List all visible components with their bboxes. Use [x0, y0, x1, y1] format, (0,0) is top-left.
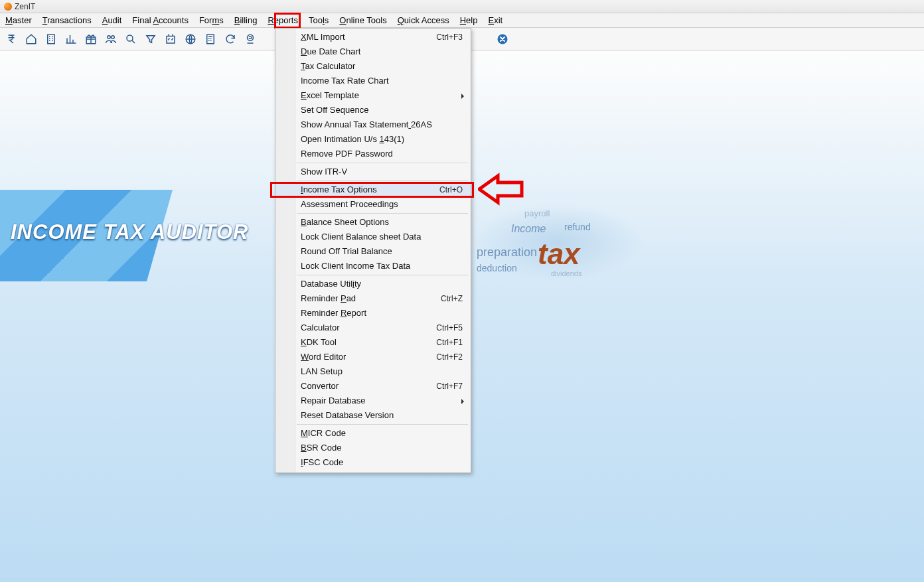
dd-item-label: Lock Client Balance sheet Data — [301, 230, 463, 244]
dd-item-label: Show ITR-V — [301, 165, 463, 179]
dd-item-label: Assessment Proceedings — [301, 197, 463, 212]
dd-reminder-pad[interactable]: Reminder PadCtrl+Z — [275, 291, 471, 306]
tb-home-icon[interactable] — [23, 31, 40, 48]
submenu-arrow-icon — [461, 94, 464, 99]
tb-search-icon[interactable] — [122, 31, 139, 48]
dd-item-label: Word Editor — [301, 350, 436, 364]
dd-convertor[interactable]: ConvertorCtrl+F7 — [275, 379, 471, 394]
menu-help[interactable]: Help — [455, 13, 483, 27]
dd-item-label: BSR Code — [301, 441, 463, 455]
banner-collage: tax preparation deduction Income refund … — [471, 203, 644, 281]
tb-refresh-icon[interactable] — [222, 31, 239, 48]
dd-item-label: Balance Sheet Options — [301, 215, 463, 230]
menu-quick-access[interactable]: Quick Access — [392, 13, 455, 27]
dd-lock-client-income-tax-data[interactable]: Lock Client Income Tax Data — [275, 259, 471, 273]
dd-calculator[interactable]: CalculatorCtrl+F5 — [275, 321, 471, 335]
menu-billing[interactable]: Billing — [229, 13, 263, 27]
dd-balance-sheet-options[interactable]: Balance Sheet Options — [275, 215, 471, 230]
dd-item-label: Round Off Trial Balance — [301, 244, 463, 259]
menu-tools[interactable]: Tools — [303, 13, 334, 27]
dd-item-label: Set Off Sequence — [301, 103, 463, 117]
dd-item-label: Income Tax Options — [301, 182, 439, 197]
dd-income-tax-rate-chart[interactable]: Income Tax Rate Chart — [275, 74, 471, 88]
tb-filter-icon[interactable] — [142, 31, 159, 48]
dd-xml-import[interactable]: XML ImportCtrl+F3 — [275, 30, 471, 44]
tb-epay-icon[interactable] — [242, 31, 259, 48]
tb-tax-icon[interactable] — [162, 31, 179, 48]
dd-excel-template[interactable]: Excel Template — [275, 88, 471, 103]
submenu-arrow-icon — [461, 399, 464, 404]
dd-reminder-report[interactable]: Reminder Report — [275, 306, 471, 321]
dd-repair-database[interactable]: Repair Database — [275, 394, 471, 408]
dd-lan-setup[interactable]: LAN Setup — [275, 364, 471, 379]
dd-item-label: Reminder Report — [301, 306, 463, 321]
dd-ifsc-code[interactable]: IFSC Code — [275, 455, 471, 470]
dd-word-editor[interactable]: Word EditorCtrl+F2 — [275, 350, 471, 364]
dd-kdk-tool[interactable]: KDK ToolCtrl+F1 — [275, 335, 471, 350]
app-title: ZenIT — [15, 0, 35, 13]
tb-building-icon[interactable] — [42, 31, 60, 48]
tb-gift-icon[interactable] — [82, 31, 100, 48]
tb-users-icon[interactable] — [102, 31, 119, 48]
collage-word: Income — [511, 223, 546, 235]
dd-show-itr-v[interactable]: Show ITR-V — [275, 165, 471, 179]
dd-item-label: Excel Template — [301, 88, 463, 103]
tb-chart-icon[interactable] — [62, 31, 80, 48]
dd-item-label: Due Date Chart — [301, 44, 463, 59]
window-titlebar: ZenIT — [0, 0, 924, 13]
menubar: MasterTransactionsAuditFinal AccountsFor… — [0, 13, 924, 28]
dd-reset-database-version[interactable]: Reset Database Version — [275, 408, 471, 423]
tb-calc-icon[interactable] — [202, 31, 219, 48]
dd-assessment-proceedings[interactable]: Assessment Proceedings — [275, 197, 471, 212]
dd-item-label: Lock Client Income Tax Data — [301, 259, 463, 273]
dd-item-shortcut: Ctrl+F3 — [436, 30, 463, 44]
banner-title: INCOME TAX AUDITOR — [11, 220, 248, 244]
dd-income-tax-options[interactable]: Income Tax OptionsCtrl+O — [275, 182, 471, 197]
dd-item-shortcut: Ctrl+F5 — [436, 321, 463, 335]
dd-open-intimation-u-s-143-1-[interactable]: Open Intimation U/s 143(1) — [275, 132, 471, 147]
dd-show-annual-tax-statement-26as[interactable]: Show Annual Tax Statement 26AS — [275, 117, 471, 132]
svg-rect-5 — [167, 36, 175, 43]
dd-database-utility[interactable]: Database Utility — [275, 277, 471, 291]
dd-item-label: Income Tax Rate Chart — [301, 74, 463, 88]
dd-bsr-code[interactable]: BSR Code — [275, 441, 471, 455]
dd-item-label: Calculator — [301, 321, 436, 335]
dd-item-label: Repair Database — [301, 394, 463, 408]
dd-separator — [297, 424, 468, 425]
menu-reports[interactable]: Reports — [262, 13, 303, 27]
dd-item-label: Database Utility — [301, 277, 463, 291]
tb-close-icon[interactable] — [494, 31, 511, 48]
menu-transactions[interactable]: Transactions — [37, 13, 97, 27]
tools-dropdown: XML ImportCtrl+F3Due Date ChartTax Calcu… — [275, 28, 471, 473]
svg-rect-0 — [48, 35, 55, 44]
dd-set-off-sequence[interactable]: Set Off Sequence — [275, 103, 471, 117]
dd-micr-code[interactable]: MICR Code — [275, 426, 471, 441]
dd-due-date-chart[interactable]: Due Date Chart — [275, 44, 471, 59]
dd-item-label: Convertor — [301, 379, 436, 394]
dd-item-label: Tax Calculator — [301, 59, 463, 74]
dd-item-label: Reset Database Version — [301, 408, 463, 423]
dd-item-shortcut: Ctrl+F2 — [436, 350, 463, 364]
dd-separator — [297, 213, 468, 214]
menu-master[interactable]: Master — [0, 13, 37, 27]
dd-lock-client-balance-sheet-data[interactable]: Lock Client Balance sheet Data — [275, 230, 471, 244]
menu-exit[interactable]: Exit — [483, 13, 508, 27]
tb-globe-icon[interactable] — [182, 31, 199, 48]
menu-online-tools[interactable]: Online Tools — [334, 13, 392, 27]
collage-word: tax — [538, 238, 580, 271]
dd-separator — [297, 275, 468, 275]
dd-remove-pdf-password[interactable]: Remove PDF Password — [275, 147, 471, 161]
menu-audit[interactable]: Audit — [97, 13, 127, 27]
svg-point-2 — [108, 35, 111, 38]
dd-item-label: Show Annual Tax Statement 26AS — [301, 117, 463, 132]
dd-tax-calculator[interactable]: Tax Calculator — [275, 59, 471, 74]
svg-point-4 — [127, 35, 133, 41]
dd-item-label: KDK Tool — [301, 335, 436, 350]
menu-forms[interactable]: Forms — [194, 13, 229, 27]
dd-item-label: Open Intimation U/s 143(1) — [301, 132, 463, 147]
tb-rupee-icon[interactable] — [3, 31, 20, 48]
dd-item-shortcut: Ctrl+F1 — [436, 335, 463, 350]
menu-final-accounts[interactable]: Final Accounts — [127, 13, 194, 27]
dd-round-off-trial-balance[interactable]: Round Off Trial Balance — [275, 244, 471, 259]
dd-item-shortcut: Ctrl+O — [439, 182, 463, 197]
